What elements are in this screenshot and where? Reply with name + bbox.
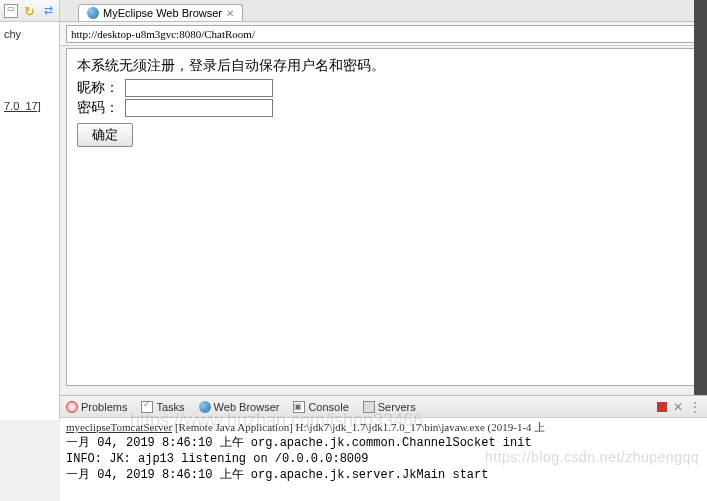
problems-icon <box>66 401 78 413</box>
console-app-name[interactable]: myeclipseTomcatServer <box>66 421 172 433</box>
right-margin <box>694 0 707 401</box>
password-label: 密码： <box>77 99 125 117</box>
tab-servers[interactable]: Servers <box>363 401 416 413</box>
globe-icon <box>87 7 99 19</box>
refresh-icon[interactable]: ↻ <box>24 4 38 18</box>
tab-title: MyEclipse Web Browser <box>103 7 222 19</box>
browser-viewport: 本系统无须注册，登录后自动保存用户名和密码。 昵称： 密码： 确定 <box>66 48 701 386</box>
sidebar-title-trunc: chy <box>4 28 55 40</box>
tab-console[interactable]: Console <box>293 401 348 413</box>
browser-tab[interactable]: MyEclipse Web Browser ✕ <box>78 4 243 21</box>
password-input[interactable] <box>125 99 273 117</box>
web-icon <box>199 401 211 413</box>
close-icon[interactable]: ✕ <box>226 8 234 19</box>
tasks-icon <box>141 401 153 413</box>
nickname-row: 昵称： <box>77 79 690 97</box>
tab-web-browser[interactable]: Web Browser <box>199 401 280 413</box>
remove-icon[interactable]: ✕ <box>673 400 683 414</box>
nickname-label: 昵称： <box>77 79 125 97</box>
console-header-rest: [Remote Java Application] H:\jdk7\jdk_1.… <box>172 421 545 433</box>
jdk-label[interactable]: 7.0_17] <box>4 100 55 112</box>
tab-trunc <box>64 17 72 21</box>
stop-icon[interactable] <box>657 402 667 412</box>
console-body: myeclipseTomcatServer [Remote Java Appli… <box>60 418 707 486</box>
left-content: chy 7.0_17] <box>0 22 59 118</box>
link-icon[interactable]: ⇄ <box>44 4 58 18</box>
servers-icon <box>363 401 375 413</box>
remove-all-icon[interactable]: ⋮ <box>689 400 701 414</box>
console-icon <box>293 401 305 413</box>
console-controls: ✕ ⋮ <box>657 400 701 414</box>
collapse-icon[interactable] <box>4 4 18 18</box>
left-toolbar: ↻ ⇄ <box>0 0 59 22</box>
editor-tab-bar: MyEclipse Web Browser ✕ <box>60 0 707 22</box>
tab-problems[interactable]: Problems <box>66 401 127 413</box>
console-header: myeclipseTomcatServer [Remote Java Appli… <box>66 420 701 435</box>
info-message: 本系统无须注册，登录后自动保存用户名和密码。 <box>77 57 690 75</box>
bottom-tab-bar: Problems Tasks Web Browser Console Serve… <box>60 396 707 418</box>
url-input[interactable] <box>66 25 701 43</box>
password-row: 密码： <box>77 99 690 117</box>
left-sidebar: ↻ ⇄ chy 7.0_17] <box>0 0 60 420</box>
tab-tasks[interactable]: Tasks <box>141 401 184 413</box>
main-area: MyEclipse Web Browser ✕ 本系统无须注册，登录后自动保存用… <box>60 0 707 395</box>
address-bar <box>60 22 707 46</box>
submit-button[interactable]: 确定 <box>77 123 133 147</box>
console-log[interactable]: 一月 04, 2019 8:46:10 上午 org.apache.jk.com… <box>66 435 701 484</box>
bottom-panel: Problems Tasks Web Browser Console Serve… <box>60 395 707 501</box>
nickname-input[interactable] <box>125 79 273 97</box>
